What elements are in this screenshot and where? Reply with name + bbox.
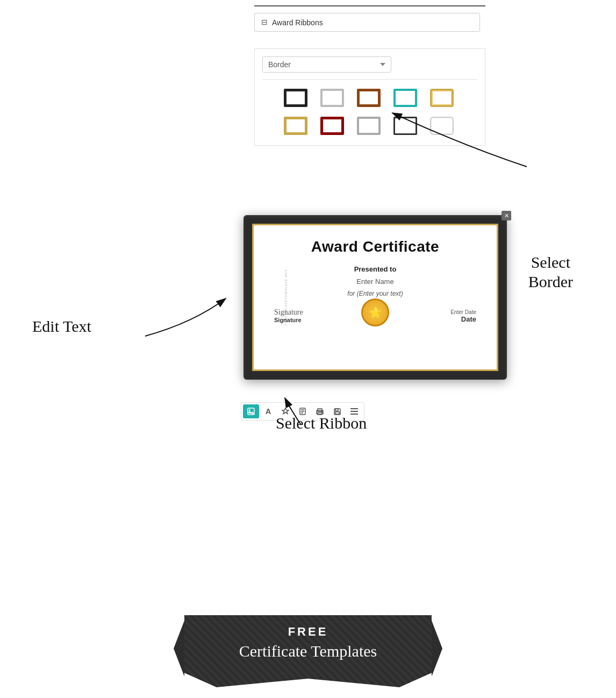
seal-emblem: ⭐ — [361, 298, 389, 326]
border-item-silver[interactable] — [354, 114, 384, 138]
select-border-annotation: SelectBorder — [528, 253, 573, 291]
certificate-outer-frame: CERTIFICATETEMPLATE.NET Award Certificat… — [243, 215, 507, 380]
toolbar-text-btn[interactable]: A — [260, 404, 276, 418]
close-button[interactable]: ✕ — [502, 211, 511, 220]
banner-wrapper: FREE Certificate Templates — [184, 615, 432, 687]
banner-free-label: FREE — [211, 625, 405, 639]
border-item-brown[interactable] — [354, 86, 384, 110]
border-frame-black2 — [393, 117, 417, 135]
banner-right-notch — [432, 621, 442, 676]
border-frame-white — [320, 89, 344, 107]
certificate-title[interactable]: Award Certificate — [311, 238, 439, 255]
edit-text-text: Edit Text — [32, 317, 91, 335]
ribbon-seal[interactable]: ⭐ — [361, 298, 389, 326]
border-item-white[interactable] — [317, 86, 347, 110]
border-frame-teal — [393, 89, 417, 107]
border-item-black[interactable] — [281, 86, 311, 110]
border-grid — [262, 86, 477, 138]
border-frame-gold — [284, 117, 307, 135]
svg-point-9 — [321, 411, 323, 412]
select-ribbon-text: Select Ribbon — [276, 414, 367, 432]
svg-rect-11 — [335, 409, 338, 411]
banner-main: FREE Certificate Templates — [184, 615, 432, 687]
select-border-text: SelectBorder — [528, 253, 573, 290]
signature-label: Signature — [274, 317, 303, 323]
svg-rect-14 — [350, 411, 358, 412]
select-ribbon-annotation: Select Ribbon — [276, 414, 367, 432]
border-frame-gold-ornate — [430, 89, 454, 107]
certificate-inner-border: CERTIFICATETEMPLATE.NET Award Certificat… — [252, 224, 498, 371]
certificate-presented-to[interactable]: Presented to — [354, 265, 397, 273]
dropdown-label: Award Ribbons — [272, 18, 469, 27]
certificate-footer: Signature Signature ⭐ Enter Date Date — [269, 308, 482, 323]
border-frame-light-ornate — [430, 117, 454, 135]
date-value: Date — [450, 315, 476, 323]
date-label: Enter Date — [450, 309, 476, 315]
banner-left-notch — [174, 621, 184, 676]
border-frame-red — [320, 117, 344, 135]
certificate-date[interactable]: Enter Date Date — [450, 309, 476, 323]
banner-subtitle: Certificate Templates — [211, 642, 405, 660]
border-item-light-ornate[interactable] — [427, 114, 457, 138]
border-item-black2[interactable] — [390, 114, 420, 138]
banner-section: FREE Certificate Templates — [174, 615, 442, 687]
border-frame-brown — [357, 89, 381, 107]
svg-rect-13 — [350, 408, 358, 409]
border-item-red[interactable] — [317, 114, 347, 138]
toolbar-image-btn[interactable] — [243, 404, 259, 418]
svg-rect-12 — [335, 412, 339, 414]
award-ribbons-dropdown[interactable]: ⊟ Award Ribbons — [254, 13, 480, 32]
chevron-down-icon — [380, 63, 385, 66]
signature-script: Signature — [274, 308, 303, 317]
border-frame-black — [284, 89, 307, 107]
border-dropdown-label: Border — [268, 60, 291, 69]
edit-text-annotation: Edit Text — [32, 317, 91, 336]
certificate-name-field[interactable]: Enter Name — [356, 277, 393, 286]
divider — [262, 79, 477, 80]
certificate-wrapper: ✕ CERTIFICATETEMPLATE.NET Award Certific… — [243, 215, 507, 380]
border-item-gold[interactable] — [281, 114, 311, 138]
ribbon-dropdown-icon: ⊟ — [261, 18, 268, 27]
border-item-gold-ornate[interactable] — [427, 86, 457, 110]
border-item-teal[interactable] — [390, 86, 420, 110]
certificate-content: CERTIFICATETEMPLATE.NET Award Certificat… — [256, 227, 495, 367]
border-dropdown[interactable]: Border — [262, 56, 391, 73]
certificate-for-field[interactable]: for (Enter your text) — [347, 290, 403, 297]
svg-point-1 — [249, 409, 250, 411]
certificate-signature[interactable]: Signature Signature — [274, 308, 303, 323]
border-frame-silver — [357, 117, 381, 135]
